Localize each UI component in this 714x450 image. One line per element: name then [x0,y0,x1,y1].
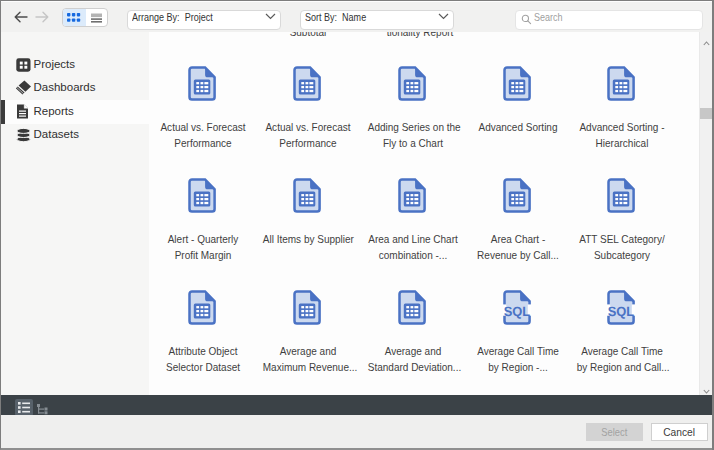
svg-text:SQL: SQL [503,303,530,318]
svg-text:SQL: SQL [608,303,635,318]
